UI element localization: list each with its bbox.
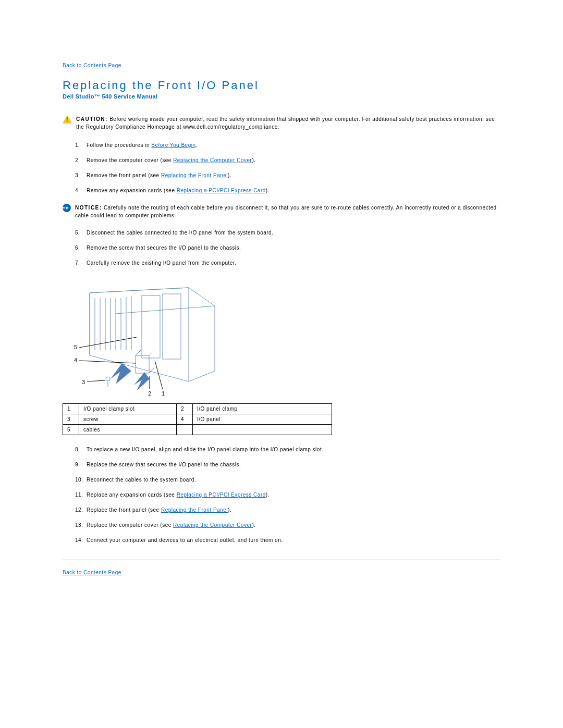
diagram-label-4: 4 <box>74 357 78 363</box>
link-replacing-computer-cover-2[interactable]: Replacing the Computer Cover <box>173 522 252 528</box>
caution-icon <box>63 115 72 124</box>
step-text: Reconnect the cables to the system board… <box>87 477 196 483</box>
notice-body: Carefully note the routing of each cable… <box>75 205 497 218</box>
notice-text: NOTICE: Carefully note the routing of ea… <box>75 204 500 219</box>
svg-line-24 <box>79 361 136 363</box>
step-text: Replace the front panel (see <box>87 507 161 513</box>
step-text-post: ). <box>266 492 270 498</box>
manual-subtitle: Dell Studio™ 540 Service Manual <box>63 93 500 100</box>
link-replacing-computer-cover[interactable]: Replacing the Computer Cover <box>173 157 252 163</box>
table-row: 3 screw 4 I/O panel <box>63 414 332 425</box>
parts-legend-table: 1 I/O panel clamp slot 2 I/O panel clamp… <box>63 403 332 435</box>
io-panel-diagram: 5 4 3 2 1 <box>58 277 500 398</box>
svg-line-3 <box>90 288 189 293</box>
step-13: Replace the computer cover (see Replacin… <box>75 521 500 529</box>
step-text: Follow the procedures in <box>87 142 151 148</box>
steps-list-bottom: To replace a new I/O panel, align and sl… <box>75 446 500 544</box>
step-7: Carefully remove the existing I/O panel … <box>75 259 500 267</box>
step-text: Replace the screw that secures the I/O p… <box>87 462 241 467</box>
step-10: Reconnect the cables to the system board… <box>75 476 500 484</box>
step-11: Replace any expansion cards (see Replaci… <box>75 491 500 499</box>
svg-line-27 <box>155 361 163 389</box>
step-text: To replace a new I/O panel, align and sl… <box>87 447 323 452</box>
link-replacing-front-panel[interactable]: Replacing the Front Panel <box>161 172 228 178</box>
svg-point-21 <box>106 377 110 381</box>
caution-body: Before working inside your computer, rea… <box>76 116 495 130</box>
step-text-post: ). <box>228 507 231 513</box>
step-1: Follow the procedures in Before You Begi… <box>75 141 500 149</box>
step-text: Replace the computer cover (see <box>87 522 173 528</box>
step-12: Replace the front panel (see Replacing t… <box>75 506 500 514</box>
step-text: Remove the front panel (see <box>87 172 161 178</box>
step-text-post: ). <box>252 157 255 163</box>
caution-label: CAUTION: <box>76 116 108 122</box>
part-label: cables <box>79 425 177 435</box>
step-2: Remove the computer cover (see Replacing… <box>75 156 500 164</box>
notice-label: NOTICE: <box>75 205 102 211</box>
step-text: Remove the screw that secures the I/O pa… <box>87 245 241 251</box>
svg-marker-20 <box>134 372 150 391</box>
svg-marker-19 <box>111 363 131 384</box>
diagram-label-1: 1 <box>162 390 165 397</box>
link-replacing-front-panel-2[interactable]: Replacing the Front Panel <box>161 507 228 513</box>
step-14: Connect your computer and devices to an … <box>75 536 500 544</box>
svg-line-17 <box>149 350 154 355</box>
step-text: Connect your computer and devices to an … <box>87 537 283 543</box>
link-replacing-pci-card[interactable]: Replacing a PCI/PCI Express Card <box>177 188 266 193</box>
part-num: 3 <box>63 414 79 425</box>
part-label: I/O panel clamp slot <box>79 404 177 414</box>
part-num <box>177 425 193 435</box>
table-row: 5 cables <box>63 425 332 435</box>
part-num: 4 <box>177 414 193 425</box>
diagram-label-2: 2 <box>148 390 152 397</box>
step-8: To replace a new I/O panel, align and sl… <box>75 446 500 453</box>
step-text-post: ). <box>228 172 231 178</box>
step-4: Remove any expansion cards (see Replacin… <box>75 187 500 194</box>
diagram-label-5: 5 <box>74 344 78 350</box>
step-6: Remove the screw that secures the I/O pa… <box>75 244 500 252</box>
svg-line-4 <box>116 306 215 314</box>
step-5: Disconnect the cables connected to the I… <box>75 229 500 237</box>
svg-rect-14 <box>163 294 181 359</box>
step-text: Replace any expansion cards (see <box>87 492 177 498</box>
step-text-post: . <box>196 142 198 148</box>
page-title: Replacing the Front I/O Panel <box>63 79 500 92</box>
back-to-contents-bottom[interactable]: Back to Contents Page <box>63 570 121 575</box>
part-num: 2 <box>177 404 193 414</box>
notice-icon <box>63 204 71 212</box>
link-replacing-pci-card-2[interactable]: Replacing a PCI/PCI Express Card <box>177 492 266 498</box>
steps-list-mid: Disconnect the cables connected to the I… <box>75 229 500 267</box>
divider <box>63 560 500 560</box>
step-3: Remove the front panel (see Replacing th… <box>75 171 500 179</box>
part-label: I/O panel <box>193 414 332 425</box>
part-label: I/O panel clamp <box>193 404 332 414</box>
steps-list-top: Follow the procedures in Before You Begi… <box>75 141 500 194</box>
diagram-label-3: 3 <box>82 379 85 385</box>
step-text-post: ). <box>252 522 255 528</box>
back-to-contents-top[interactable]: Back to Contents Page <box>63 63 121 68</box>
part-label <box>193 425 332 435</box>
part-num: 5 <box>63 425 79 435</box>
link-before-you-begin[interactable]: Before You Begin <box>151 142 195 148</box>
step-text: Remove any expansion cards (see <box>87 188 177 193</box>
svg-line-23 <box>79 337 137 348</box>
step-text-post: ). <box>266 188 270 193</box>
step-9: Replace the screw that secures the I/O p… <box>75 461 500 468</box>
part-label: screw <box>79 414 177 425</box>
notice-callout: NOTICE: Carefully note the routing of ea… <box>63 204 500 219</box>
svg-rect-13 <box>142 295 160 358</box>
step-text: Remove the computer cover (see <box>87 157 173 163</box>
step-text: Carefully remove the existing I/O panel … <box>87 260 236 266</box>
part-num: 1 <box>63 404 79 414</box>
caution-text: CAUTION: Before working inside your comp… <box>76 115 500 131</box>
caution-callout: CAUTION: Before working inside your comp… <box>63 115 500 131</box>
svg-line-16 <box>136 350 141 355</box>
step-text: Disconnect the cables connected to the I… <box>87 230 273 236</box>
svg-marker-0 <box>90 288 215 381</box>
table-row: 1 I/O panel clamp slot 2 I/O panel clamp <box>63 404 332 414</box>
svg-line-25 <box>87 380 105 381</box>
